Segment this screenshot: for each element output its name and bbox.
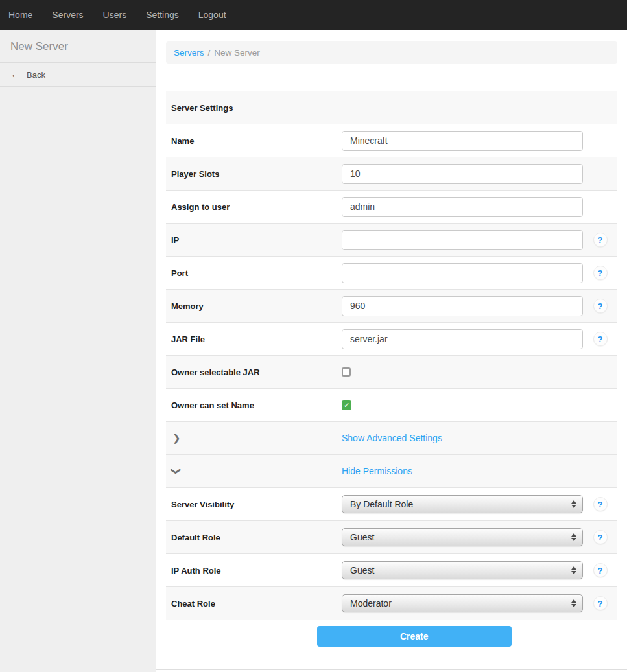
row-name: Name xyxy=(166,124,617,157)
ip-auth-role-help-icon[interactable]: ? xyxy=(593,563,608,577)
back-arrow-icon: ← xyxy=(10,69,21,80)
section-header-row: Server Settings xyxy=(166,91,617,124)
default-role-select[interactable]: Guest xyxy=(342,528,583,546)
nav-item-servers[interactable]: Servers xyxy=(52,0,83,30)
memory-label: Memory xyxy=(166,301,342,311)
row-owner-can-set-name: Owner can set Name ✓ xyxy=(166,388,617,421)
row-ip: IP ? xyxy=(166,223,617,256)
breadcrumb-servers-link[interactable]: Servers xyxy=(174,48,204,58)
breadcrumb: Servers / New Server xyxy=(166,41,617,64)
row-owner-selectable-jar: Owner selectable JAR xyxy=(166,355,617,388)
row-memory: Memory ? xyxy=(166,289,617,322)
name-label: Name xyxy=(166,136,342,146)
ip-input[interactable] xyxy=(342,230,583,250)
select-stepper-icon xyxy=(571,599,576,607)
default-role-help-icon[interactable]: ? xyxy=(593,530,608,544)
port-label: Port xyxy=(166,268,342,278)
jar-file-input[interactable] xyxy=(342,329,583,349)
default-role-value: Guest xyxy=(350,532,571,542)
jar-file-label: JAR File xyxy=(166,334,342,344)
chevron-right-icon[interactable]: ❯ xyxy=(172,432,181,444)
assign-user-label: Assign to user xyxy=(166,202,342,212)
nav-item-logout[interactable]: Logout xyxy=(198,0,226,30)
owner-selectable-jar-checkbox[interactable] xyxy=(342,367,351,377)
nav-item-users[interactable]: Users xyxy=(103,0,127,30)
ip-auth-role-label: IP Auth Role xyxy=(166,566,342,575)
player-slots-label: Player Slots xyxy=(166,169,342,179)
row-port: Port ? xyxy=(166,256,617,289)
ip-help-icon[interactable]: ? xyxy=(593,233,608,247)
select-stepper-icon xyxy=(571,500,576,508)
memory-input[interactable] xyxy=(342,296,583,316)
sidebar: New Server ← Back xyxy=(0,30,156,672)
row-default-role: Default Role Guest ? xyxy=(166,520,617,553)
owner-can-set-name-checkbox[interactable]: ✓ xyxy=(342,400,351,410)
nav-item-settings[interactable]: Settings xyxy=(146,0,179,30)
back-button[interactable]: ← Back xyxy=(0,63,156,87)
server-visibility-value: By Default Role xyxy=(350,499,571,509)
sidebar-page-title: New Server xyxy=(0,30,156,63)
row-ip-auth-role: IP Auth Role Guest ? xyxy=(166,553,617,586)
port-help-icon[interactable]: ? xyxy=(593,266,608,280)
bottom-divider xyxy=(156,669,627,670)
cheat-role-select[interactable]: Moderator xyxy=(342,594,583,612)
row-player-slots: Player Slots xyxy=(166,157,617,190)
server-visibility-help-icon[interactable]: ? xyxy=(593,497,608,511)
port-input[interactable] xyxy=(342,263,583,283)
row-show-advanced: ❯ Show Advanced Settings xyxy=(166,421,617,454)
main-content: Servers / New Server Server Settings Nam… xyxy=(156,30,627,672)
create-button[interactable]: Create xyxy=(317,626,512,647)
cheat-role-help-icon[interactable]: ? xyxy=(593,596,608,610)
row-jar-file: JAR File ? xyxy=(166,322,617,355)
select-stepper-icon xyxy=(571,566,576,574)
ip-auth-role-select[interactable]: Guest xyxy=(342,561,583,579)
default-role-label: Default Role xyxy=(166,533,342,542)
owner-selectable-jar-label: Owner selectable JAR xyxy=(166,367,342,377)
cheat-role-value: Moderator xyxy=(350,598,571,608)
row-create: Create xyxy=(166,620,617,653)
select-stepper-icon xyxy=(571,533,576,541)
row-assign-user: Assign to user xyxy=(166,190,617,223)
memory-help-icon[interactable]: ? xyxy=(593,299,608,313)
assign-user-input[interactable] xyxy=(342,197,583,217)
show-advanced-settings-link[interactable]: Show Advanced Settings xyxy=(342,433,442,443)
top-navbar: Home Servers Users Settings Logout xyxy=(0,0,627,30)
jar-file-help-icon[interactable]: ? xyxy=(593,332,608,346)
nav-item-home[interactable]: Home xyxy=(8,0,32,30)
server-visibility-label: Server Visibility xyxy=(166,500,342,509)
server-settings-form: Server Settings Name Player Slots Assign… xyxy=(166,91,617,653)
hide-permissions-link[interactable]: Hide Permissions xyxy=(342,466,412,476)
name-input[interactable] xyxy=(342,131,583,151)
section-header: Server Settings xyxy=(166,103,342,113)
breadcrumb-current-page: New Server xyxy=(214,48,260,58)
back-label: Back xyxy=(27,70,45,80)
row-cheat-role: Cheat Role Moderator ? xyxy=(166,586,617,620)
row-server-visibility: Server Visibility By Default Role ? xyxy=(166,487,617,520)
ip-auth-role-value: Guest xyxy=(350,565,571,575)
cheat-role-label: Cheat Role xyxy=(166,599,342,608)
chevron-down-icon[interactable]: ❯ xyxy=(171,467,182,476)
ip-label: IP xyxy=(166,235,342,245)
breadcrumb-separator: / xyxy=(208,48,211,58)
player-slots-input[interactable] xyxy=(342,164,583,184)
row-hide-permissions: ❯ Hide Permissions xyxy=(166,454,617,487)
server-visibility-select[interactable]: By Default Role xyxy=(342,495,583,513)
owner-can-set-name-label: Owner can set Name xyxy=(166,400,342,410)
